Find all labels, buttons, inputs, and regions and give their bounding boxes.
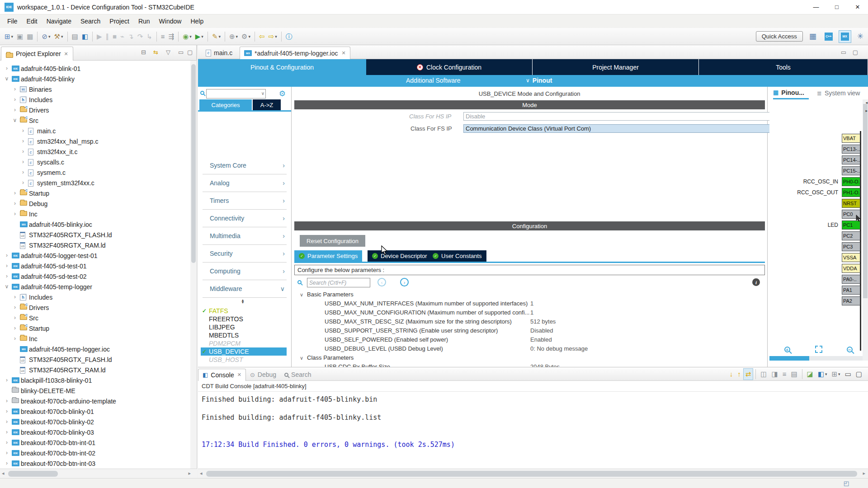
parameter-value[interactable]: 1 [530, 309, 533, 316]
parameter-row[interactable]: USBD_MAX_NUM_CONFIGURATION (Maximum numb… [325, 309, 763, 318]
menu-window[interactable]: Window [155, 16, 186, 27]
expander-icon[interactable]: › [12, 325, 18, 331]
disconnect-icon[interactable]: ⌁ [119, 31, 126, 42]
tab-project-manager[interactable]: Project Manager [533, 59, 699, 75]
scroll-left-icon[interactable]: ◂ [200, 470, 203, 476]
tree-item[interactable]: ›Debug [0, 199, 196, 209]
parameter-value[interactable]: 1 [530, 300, 533, 307]
scrollbar-thumb[interactable] [863, 104, 868, 298]
tree-item[interactable]: ›cstm32f4xx_it.c [0, 147, 196, 157]
menu-help[interactable]: Help [186, 16, 208, 27]
tree-item[interactable]: ›IDEbreakout-f070cb-blinky-03 [0, 428, 196, 438]
middleware-usb_host[interactable]: USB_HOST [201, 356, 287, 364]
fit-to-screen-button[interactable] [814, 344, 824, 354]
maximize-button[interactable]: □ [826, 0, 847, 14]
dropdown-caret-icon[interactable]: ▾ [11, 34, 14, 39]
expander-icon[interactable]: › [4, 377, 10, 383]
parameter-row[interactable]: USBD_MAX_NUM_INTERFACES (Maximum number … [325, 300, 763, 309]
tree-item[interactable]: ›breakout-f070cb-arduino-template [0, 397, 196, 407]
parameter-value[interactable]: 512 bytes [530, 318, 556, 325]
parameter-row[interactable]: USBD_SELF_POWERED (Enabled self power)En… [325, 336, 763, 345]
parameter-group-header[interactable]: ∨Class Parameters [300, 354, 354, 363]
pin-box[interactable]: PC14-.. [842, 155, 860, 164]
parameter-value[interactable]: 0: No debug message [530, 345, 588, 352]
settings-gear-icon[interactable]: ⚙ [279, 89, 286, 99]
tree-item[interactable]: ›Src [0, 314, 196, 324]
tree-item[interactable]: ›csysmem.c [0, 168, 196, 178]
terminate-icon[interactable]: ■ [111, 31, 118, 42]
pinout-dropdown[interactable]: ∨ Pinout [526, 77, 552, 84]
open-element-icon[interactable]: ▤ [71, 31, 80, 42]
pin-box[interactable]: PH0-O.. [842, 177, 860, 186]
scrollbar-thumb[interactable] [206, 471, 857, 477]
minimize-icon[interactable]: ▭ [178, 49, 184, 56]
tree-item[interactable]: LDSTM32F405RGTX_FLASH.ld [0, 230, 196, 240]
menu-file[interactable]: File [3, 16, 22, 27]
project-explorer-view-tab[interactable]: Project Explorer ✕ [1, 47, 73, 61]
parameter-value[interactable]: Enabled [530, 336, 552, 343]
explorer-horizontal-scrollbar[interactable]: ◂ ▸ [0, 469, 197, 478]
tree-item[interactable]: ›IDEbreakout-f070cb-blinky-02 [0, 418, 196, 427]
parameter-row[interactable]: USBD_DEBUG_LEVEL (USBD Debug Level)0: No… [325, 345, 763, 354]
expander-icon[interactable]: › [20, 127, 26, 134]
tree-item[interactable]: ∨Src [0, 116, 196, 126]
dropdown-caret-icon[interactable]: ▾ [201, 34, 203, 39]
pin-box[interactable]: VBAT [842, 134, 860, 143]
next-match-button[interactable]: › [400, 278, 409, 286]
expander-icon[interactable]: › [20, 148, 26, 155]
expander-icon[interactable]: › [20, 138, 26, 144]
previous-match-button[interactable]: ‹ [377, 278, 386, 286]
close-button[interactable]: ✕ [847, 0, 868, 14]
collapse-left-icon[interactable]: ◂ [865, 100, 868, 105]
additional-software-button[interactable]: Additional Software [406, 77, 461, 84]
tab-user-constants[interactable]: ✓User Constants [428, 250, 486, 262]
clear-console-icon[interactable]: ▤ [789, 369, 799, 380]
scroll-lock-icon[interactable]: ◨ [769, 369, 779, 380]
tree-item[interactable]: ›IDEbreakout-f070cb-btn-int-02 [0, 449, 196, 459]
close-icon[interactable]: ✕ [341, 50, 345, 56]
tree-item[interactable]: LDSTM32F405RGTX_RAM.ld [0, 366, 196, 375]
debug-perspective-button[interactable]: ✳ [855, 31, 865, 42]
tab-categories[interactable]: Categories [199, 99, 252, 110]
show-whitespace-icon[interactable]: ≡ [781, 369, 788, 380]
expander-icon[interactable]: › [4, 429, 10, 435]
pin-box[interactable]: VSSA [842, 253, 860, 262]
category-middleware[interactable]: Middleware∨ [203, 280, 287, 298]
expander-icon[interactable]: › [4, 408, 10, 414]
middleware-mbedtls[interactable]: MBEDTLS [201, 331, 287, 339]
tree-item[interactable]: ›IDEbreakout-f070cb-blinky-01 [0, 407, 196, 417]
suspend-icon[interactable]: ∥ [104, 31, 111, 42]
debug-icon[interactable]: ◉▾ [181, 31, 193, 42]
expander-icon[interactable]: › [4, 252, 10, 258]
display-selected-console-icon[interactable]: ◧▾ [816, 369, 829, 380]
console-tab-search[interactable]: Search [280, 369, 315, 381]
dropdown-caret-icon[interactable]: ▾ [825, 372, 827, 376]
expander-icon[interactable]: › [20, 169, 26, 175]
tree-item[interactable]: ›hIncludes [0, 95, 196, 105]
parameter-value[interactable]: Disabled [530, 327, 553, 334]
scrollbar-thumb[interactable] [8, 471, 58, 477]
expander-icon[interactable]: › [12, 107, 18, 113]
scroll-right-icon[interactable]: ▸ [863, 470, 865, 476]
view-menu-icon[interactable]: ▽ [166, 49, 170, 56]
pin-box[interactable]: VDDA [842, 264, 860, 273]
tree-item[interactable]: LDSTM32F405RGTX_FLASH.ld [0, 355, 196, 365]
middleware-libjpeg[interactable]: LIBJPEG [201, 323, 287, 331]
ip-search-combo[interactable]: ∨ [206, 89, 266, 99]
category-multimedia[interactable]: Multimedia› [203, 227, 287, 245]
expander-icon[interactable]: › [4, 65, 10, 71]
dropdown-caret-icon[interactable]: ▾ [48, 34, 51, 39]
expander-icon[interactable]: › [4, 460, 10, 466]
trace-icon[interactable]: ⇶ [167, 31, 176, 42]
tab-pinout-configuration[interactable]: Pinout & Configuration [198, 59, 366, 75]
new-cpp-element-icon[interactable]: ⊕▾ [228, 31, 239, 42]
reset-configuration-button[interactable]: Reset Configuration [300, 235, 365, 247]
scroll-right-icon[interactable]: ▸ [188, 470, 191, 476]
pin-box[interactable]: PC1 [842, 221, 860, 230]
project-tree-scrollbar[interactable] [190, 61, 197, 469]
expander-icon[interactable]: › [20, 179, 26, 186]
scrollbar-thumb[interactable] [769, 356, 809, 361]
word-wrap-icon[interactable]: ◫ [759, 369, 769, 380]
tree-item[interactable]: ›Inc [0, 334, 196, 344]
pin-box[interactable]: PA0-.. [842, 275, 860, 284]
